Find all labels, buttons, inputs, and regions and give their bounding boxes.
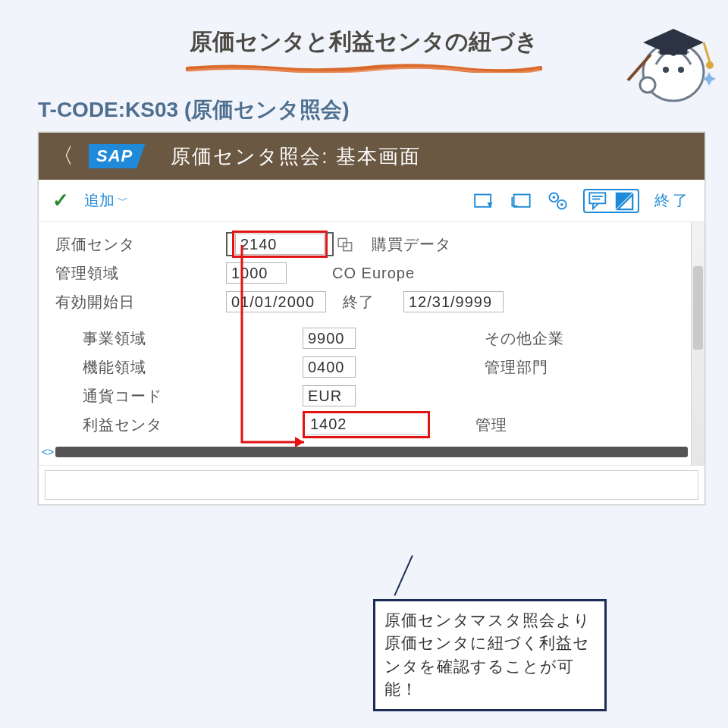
- row-ctrl-area: 管理領域 CO Europe: [39, 259, 704, 287]
- input-func-area[interactable]: [303, 356, 356, 378]
- svg-point-1: [663, 67, 669, 73]
- status-bar: [39, 465, 704, 504]
- back-icon[interactable]: 〈: [48, 142, 78, 171]
- bracket-right-icon: [326, 232, 334, 256]
- hscroll-track[interactable]: [55, 447, 688, 457]
- sap-screen-title: 原価センタ照会: 基本画面: [171, 143, 420, 170]
- scroll-left-icon[interactable]: < >: [42, 446, 52, 458]
- layout-icon-1[interactable]: [474, 192, 495, 210]
- sap-header-bar: 〈 SAP 原価センタ照会: 基本画面: [39, 133, 704, 180]
- input-ctrl-area[interactable]: [226, 262, 287, 284]
- label-func-area: 機能領域: [83, 357, 303, 378]
- row-cost-center: 原価センタ 購買データ: [39, 230, 704, 259]
- layout-icon-2[interactable]: [510, 192, 532, 210]
- svg-point-2: [678, 67, 684, 73]
- highlight-profit-center: [303, 411, 430, 438]
- svg-rect-11: [514, 194, 530, 206]
- add-menu[interactable]: 追加 ﹀: [84, 190, 128, 211]
- gear-icon[interactable]: [547, 192, 568, 210]
- label-valid-to: 終了: [343, 292, 403, 312]
- row-valid-dates: 有効開始日 終了: [39, 287, 704, 316]
- svg-rect-16: [589, 193, 605, 203]
- desc-profit-center: 管理: [475, 415, 507, 435]
- input-biz-area[interactable]: [303, 328, 356, 349]
- label-ctrl-area: 管理領域: [55, 263, 226, 284]
- svg-rect-9: [475, 194, 491, 206]
- svg-point-13: [553, 196, 556, 199]
- value-help-icon[interactable]: [337, 235, 355, 253]
- desc-func-area: 管理部門: [485, 357, 548, 378]
- label-profit-center: 利益センタ: [83, 415, 303, 435]
- svg-point-6: [706, 61, 714, 69]
- row-func-area: 機能領域 管理部門: [39, 353, 704, 381]
- input-valid-from[interactable]: [226, 291, 326, 312]
- status-input[interactable]: [45, 470, 698, 500]
- svg-point-8: [640, 77, 655, 93]
- sap-window: 〈 SAP 原価センタ照会: 基本画面 ✓ 追加 ﹀ 終了: [38, 132, 705, 505]
- callout-leader-line: [394, 555, 413, 596]
- label-biz-area: 事業領域: [83, 328, 303, 349]
- svg-point-15: [560, 202, 563, 206]
- add-label: 追加: [84, 190, 115, 211]
- sap-toolbar: ✓ 追加 ﹀ 終了: [39, 180, 704, 222]
- vertical-scrollbar[interactable]: [691, 222, 704, 465]
- exit-button[interactable]: 終了: [654, 190, 691, 211]
- svg-line-5: [704, 42, 710, 62]
- input-cost-center[interactable]: [235, 234, 325, 255]
- row-biz-area: 事業領域 その他企業: [39, 324, 704, 353]
- mascot-illustration: [614, 0, 728, 114]
- row-currency: 通貨コード: [39, 381, 704, 410]
- framed-tool-group[interactable]: [583, 189, 639, 213]
- svg-rect-4: [660, 42, 687, 55]
- desc-ctrl-area: CO Europe: [332, 265, 415, 282]
- label-currency: 通貨コード: [83, 386, 303, 406]
- svg-marker-19: [616, 192, 632, 209]
- highlight-cost-center: [232, 231, 328, 258]
- input-valid-to[interactable]: [403, 291, 504, 312]
- comment-icon: [588, 192, 609, 210]
- title-underline: [186, 64, 542, 73]
- row-profit-center: 利益センタ 管理: [39, 410, 704, 439]
- label-valid-from: 有効開始日: [55, 292, 226, 312]
- chevron-down-icon: ﹀: [118, 194, 128, 208]
- sap-body: 原価センタ 購買データ 管理領域 CO Europe 有効開始日 終了: [39, 222, 704, 465]
- triangle-icon: [613, 192, 635, 210]
- horizontal-scrollbar[interactable]: < > < >: [39, 444, 704, 460]
- input-currency[interactable]: [303, 385, 356, 406]
- input-profit-center[interactable]: [306, 414, 427, 435]
- desc-biz-area: その他企業: [485, 328, 564, 349]
- desc-cost-center: 購買データ: [372, 234, 451, 255]
- callout-box: 原価センタマスタ照会より原価センタに紐づく利益センタを確認することが可能！: [373, 599, 607, 711]
- sap-logo: SAP: [89, 144, 145, 168]
- check-icon[interactable]: ✓: [52, 189, 69, 212]
- label-cost-center: 原価センタ: [55, 234, 226, 255]
